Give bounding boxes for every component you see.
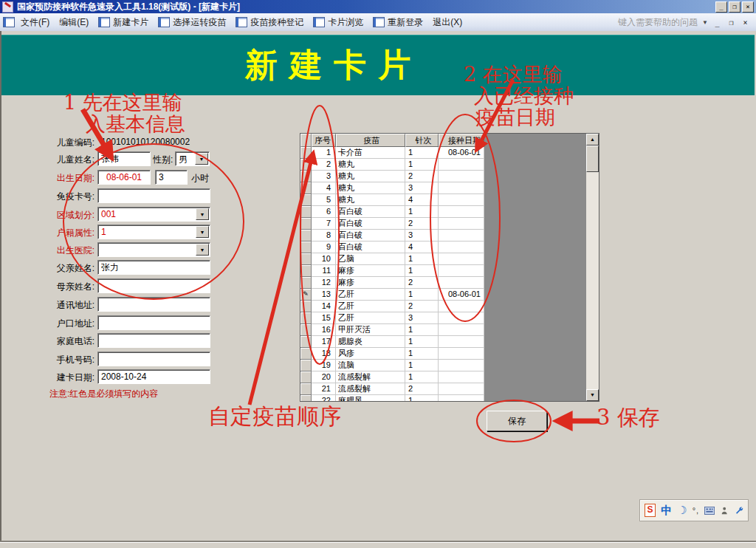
cell-dose[interactable]: 2 (405, 218, 439, 230)
table-row[interactable]: 9 百白破 4 (300, 242, 484, 253)
row-selector-cell[interactable] (300, 312, 312, 324)
row-selector-cell[interactable] (300, 383, 312, 395)
cell-date[interactable] (439, 218, 484, 230)
settings-wrench-icon[interactable] (735, 505, 743, 516)
soft-keyboard-icon[interactable] (704, 506, 715, 516)
mdi-child-icon[interactable] (3, 17, 15, 27)
cell-dose[interactable]: 1 (405, 395, 439, 402)
cell-no[interactable]: 17 (312, 336, 336, 348)
cell-no[interactable]: 12 (312, 277, 336, 289)
punctuation-mode-icon[interactable]: °, (693, 506, 699, 515)
cell-date[interactable] (439, 371, 484, 383)
cell-date[interactable] (439, 253, 484, 265)
father-name-input[interactable] (97, 260, 210, 275)
cell-dose[interactable]: 3 (405, 312, 439, 324)
cell-date[interactable] (439, 171, 484, 182)
cell-dose[interactable]: 1 (405, 348, 439, 360)
row-selector-cell[interactable]: ✎ (300, 289, 312, 301)
cell-vaccine[interactable]: 流感裂解 (336, 371, 405, 383)
menu-item[interactable]: 退出(X) (433, 16, 462, 29)
row-selector-cell[interactable] (300, 360, 312, 371)
menu-item[interactable]: 新建卡片 (98, 16, 148, 29)
row-selector-cell[interactable] (300, 230, 312, 242)
card-date-input[interactable] (97, 369, 210, 384)
mail-address-input[interactable] (97, 297, 210, 312)
table-row[interactable]: 20 流感裂解 1 (300, 371, 484, 383)
cell-dose[interactable]: 1 (405, 206, 439, 218)
full-half-width-moon-icon[interactable]: ☽ (677, 504, 687, 517)
household-combobox[interactable]: 1 ▼ (97, 225, 210, 239)
cell-vaccine[interactable]: 乙肝 (336, 312, 405, 324)
row-selector-cell[interactable] (300, 206, 312, 218)
cell-no[interactable]: 3 (312, 171, 336, 182)
help-search-box[interactable]: 键入需要帮助的问题 ▼ (618, 16, 712, 29)
cell-no[interactable]: 9 (312, 242, 336, 253)
table-row[interactable]: 4 糖丸 3 (300, 182, 484, 194)
mdi-minimize-button[interactable]: _ (712, 18, 722, 27)
cell-date[interactable] (439, 230, 484, 242)
cell-vaccine[interactable]: 乙肝 (336, 289, 405, 301)
cell-date[interactable] (439, 194, 484, 206)
cell-dose[interactable]: 4 (405, 242, 439, 253)
row-selector-cell[interactable] (300, 159, 312, 171)
cell-no[interactable]: 21 (312, 383, 336, 395)
table-row[interactable]: 15 乙肝 3 (300, 312, 484, 324)
table-row[interactable]: 3 糖丸 2 (300, 171, 484, 182)
cell-date[interactable] (439, 383, 484, 395)
table-row[interactable]: 10 乙脑 1 (300, 253, 484, 265)
scrollbar-thumb[interactable] (586, 145, 599, 172)
cell-no[interactable]: 2 (312, 159, 336, 171)
table-row[interactable]: 19 流脑 1 (300, 360, 484, 371)
row-selector-cell[interactable] (300, 336, 312, 348)
cell-dose[interactable]: 1 (405, 253, 439, 265)
cell-vaccine[interactable]: 麻疹 (336, 277, 405, 289)
row-selector-cell[interactable] (300, 194, 312, 206)
row-selector-cell[interactable] (300, 371, 312, 383)
cell-dose[interactable]: 4 (405, 194, 439, 206)
cell-no[interactable]: 4 (312, 182, 336, 194)
cell-vaccine[interactable]: 流脑 (336, 360, 405, 371)
table-row[interactable]: 11 麻疹 1 (300, 265, 484, 277)
cell-no[interactable]: 15 (312, 312, 336, 324)
table-row[interactable]: 6 百白破 1 (300, 206, 484, 218)
mdi-close-button[interactable]: × (740, 18, 750, 27)
row-selector-cell[interactable] (300, 348, 312, 360)
cell-no[interactable]: 1 (312, 147, 336, 159)
cell-no[interactable]: 7 (312, 218, 336, 230)
row-selector-cell[interactable] (300, 242, 312, 253)
cell-date[interactable] (439, 182, 484, 194)
restore-button[interactable]: ❐ (729, 1, 740, 13)
mdi-restore-button[interactable]: ❐ (726, 18, 736, 27)
cell-vaccine[interactable]: 乙肝 (336, 301, 405, 312)
row-selector-cell[interactable] (300, 218, 312, 230)
cell-vaccine[interactable]: 糖丸 (336, 159, 405, 171)
cell-vaccine[interactable]: 麻疹 (336, 265, 405, 277)
gender-combobox[interactable]: 男 ▼ (175, 151, 210, 166)
table-row[interactable]: 7 百白破 2 (300, 218, 484, 230)
mobile-input[interactable] (97, 352, 210, 366)
cell-no[interactable]: 19 (312, 360, 336, 371)
cell-vaccine[interactable]: 乙脑 (336, 253, 405, 265)
cell-date[interactable] (439, 265, 484, 277)
cell-no[interactable]: 11 (312, 265, 336, 277)
help-dropdown-icon[interactable]: ▼ (702, 19, 708, 26)
row-selector-cell[interactable] (300, 301, 312, 312)
table-row[interactable]: 18 风疹 1 (300, 348, 484, 360)
cell-vaccine[interactable]: 百白破 (336, 242, 405, 253)
minimize-button[interactable]: _ (715, 1, 727, 13)
save-button[interactable]: 保存 (487, 411, 547, 431)
ime-menu-icon[interactable] (720, 505, 729, 516)
table-row[interactable]: 1 卡介苗 1 08-06-01 (300, 147, 484, 159)
cell-dose[interactable]: 1 (405, 324, 439, 336)
cell-date[interactable]: 08-06-01 (439, 289, 484, 301)
cell-date[interactable] (439, 206, 484, 218)
table-row[interactable]: 14 乙肝 2 (300, 301, 484, 312)
cell-dose[interactable]: 1 (405, 265, 439, 277)
cell-no[interactable]: 13 (312, 289, 336, 301)
cell-dose[interactable]: 1 (405, 147, 439, 159)
region-combobox[interactable]: 001 ▼ (97, 207, 210, 222)
cell-date[interactable] (439, 324, 484, 336)
home-phone-input[interactable] (97, 333, 210, 348)
cell-date[interactable] (439, 277, 484, 289)
cell-no[interactable]: 14 (312, 301, 336, 312)
